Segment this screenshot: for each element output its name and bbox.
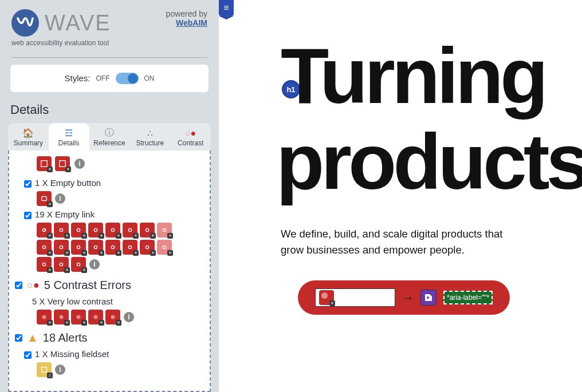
link-error-icon[interactable] bbox=[123, 223, 137, 237]
link-error-icon[interactable] bbox=[71, 223, 86, 237]
tab-reference[interactable]: ⓘReference bbox=[89, 123, 130, 151]
checkbox-alerts-section[interactable] bbox=[15, 334, 22, 342]
checkbox-missing-fieldset[interactable] bbox=[24, 351, 32, 359]
svg-rect-1 bbox=[60, 161, 66, 167]
webaim-link[interactable]: WebAIM bbox=[176, 18, 207, 27]
divider bbox=[11, 57, 207, 58]
checkbox-contrast-section[interactable] bbox=[15, 282, 22, 289]
powered-by-text: powered by bbox=[166, 9, 207, 18]
info-icon: ⓘ bbox=[91, 128, 129, 139]
styles-toggle-bar: Styles: OFF ON bbox=[10, 65, 209, 92]
tab-structure[interactable]: ⛬Structure bbox=[129, 123, 170, 151]
link-error-icon[interactable] bbox=[140, 240, 155, 255]
contrast-error-icon[interactable] bbox=[105, 310, 120, 324]
wave-sidebar: WAVE web accessibility evaluation tool p… bbox=[0, 0, 219, 392]
link-error-icon[interactable] bbox=[37, 223, 52, 237]
link-error-icon[interactable] bbox=[88, 240, 103, 255]
link-error-icon[interactable] bbox=[88, 223, 103, 237]
issue-empty-button: 1 X Empty button bbox=[15, 176, 204, 190]
section-contrast: ○● 5 Contrast Errors bbox=[15, 273, 204, 294]
brand-name: WAVE bbox=[45, 11, 111, 35]
link-error-icon[interactable] bbox=[37, 257, 52, 272]
svg-point-7 bbox=[111, 315, 115, 319]
info-icon[interactable]: i bbox=[124, 312, 134, 322]
issue-empty-link: 19 X Empty link bbox=[15, 207, 204, 221]
contrast-error-icon[interactable] bbox=[37, 310, 52, 324]
link-error-icon[interactable] bbox=[54, 223, 69, 237]
section-alerts: ▲ 18 Alerts bbox=[15, 326, 204, 347]
brand-tagline: web accessibility evaluation tool bbox=[11, 39, 111, 47]
contrast-section-icon: ○● bbox=[27, 279, 40, 291]
cta-button[interactable]: → *aria-label=""* bbox=[298, 280, 510, 315]
link-error-icon[interactable] bbox=[105, 240, 120, 255]
svg-point-4 bbox=[60, 315, 64, 319]
checkbox-empty-button[interactable] bbox=[24, 180, 32, 188]
aria-badge-icon[interactable] bbox=[420, 290, 436, 306]
checkbox-empty-link[interactable] bbox=[24, 212, 32, 219]
headline-line2: products bbox=[276, 120, 582, 203]
panel-title: Details bbox=[0, 99, 219, 123]
link-error-icon[interactable] bbox=[157, 223, 172, 237]
page-preview: ≡ h1 Turning products We define, build, … bbox=[219, 0, 582, 392]
brand-block: WAVE web accessibility evaluation tool bbox=[11, 9, 111, 47]
svg-point-5 bbox=[77, 315, 81, 319]
info-icon[interactable]: i bbox=[55, 365, 65, 375]
info-icon[interactable]: i bbox=[74, 159, 85, 169]
arrow-icon: → bbox=[402, 291, 414, 304]
subtext: We define, build, and scale digital prod… bbox=[281, 226, 502, 258]
link-error-icon[interactable] bbox=[105, 223, 120, 237]
link-error-icon[interactable] bbox=[71, 257, 86, 272]
error-icon[interactable] bbox=[37, 156, 52, 171]
link-error-icon[interactable] bbox=[71, 240, 86, 255]
link-error-icon[interactable] bbox=[140, 223, 155, 237]
wave-logo-icon bbox=[11, 9, 39, 37]
issue-missing-fieldset: 1 X Missing fieldset bbox=[15, 347, 204, 361]
contrast-error-icon[interactable] bbox=[319, 290, 334, 305]
error-icon[interactable] bbox=[37, 191, 52, 206]
contrast-error-icon[interactable] bbox=[88, 310, 103, 324]
link-error-icon[interactable] bbox=[54, 240, 69, 255]
svg-rect-0 bbox=[41, 161, 48, 167]
styles-label: Styles: bbox=[64, 73, 90, 83]
svg-point-9 bbox=[427, 296, 429, 299]
details-body[interactable]: i 1 X Empty button i 19 X Empty link bbox=[8, 151, 211, 392]
svg-rect-8 bbox=[42, 367, 47, 373]
powered-by-block: powered by WebAIM bbox=[166, 9, 207, 27]
home-icon: 🏠 bbox=[9, 128, 48, 139]
styles-toggle[interactable] bbox=[116, 73, 139, 84]
alert-section-icon: ▲ bbox=[27, 331, 38, 345]
link-error-icon[interactable] bbox=[37, 240, 52, 255]
error-icon[interactable] bbox=[55, 156, 70, 171]
tree-icon: ⛬ bbox=[131, 128, 169, 139]
link-error-icon[interactable] bbox=[54, 257, 69, 272]
tab-bar: 🏠Summary ☲Details ⓘReference ⛬Structure … bbox=[8, 123, 211, 151]
contrast-error-icon[interactable] bbox=[71, 310, 86, 324]
styles-off-text: OFF bbox=[96, 74, 110, 82]
contrast-icon: ○● bbox=[171, 128, 210, 139]
info-icon[interactable]: i bbox=[55, 193, 65, 204]
styles-on-text: ON bbox=[144, 74, 155, 82]
svg-point-3 bbox=[42, 315, 46, 319]
aria-label-overlay[interactable]: *aria-label=""* bbox=[443, 291, 493, 304]
link-error-icon[interactable] bbox=[157, 240, 172, 255]
structure-tag-icon[interactable]: ≡ bbox=[219, 0, 234, 16]
alert-icon[interactable] bbox=[37, 362, 52, 377]
svg-rect-2 bbox=[42, 196, 47, 200]
contrast-error-icon[interactable] bbox=[54, 310, 69, 324]
list-icon: ☲ bbox=[50, 128, 88, 139]
tab-details[interactable]: ☲Details bbox=[49, 123, 89, 151]
empty-link-icons: i bbox=[15, 221, 187, 273]
tab-contrast[interactable]: ○●Contrast bbox=[170, 123, 211, 151]
info-icon[interactable]: i bbox=[89, 259, 100, 270]
cta-input-box bbox=[315, 288, 395, 307]
svg-point-6 bbox=[94, 315, 98, 319]
sidebar-header: WAVE web accessibility evaluation tool p… bbox=[0, 0, 219, 53]
headline-line1: Turning bbox=[281, 34, 545, 117]
tab-summary[interactable]: 🏠Summary bbox=[8, 123, 49, 151]
link-error-icon[interactable] bbox=[123, 240, 137, 255]
